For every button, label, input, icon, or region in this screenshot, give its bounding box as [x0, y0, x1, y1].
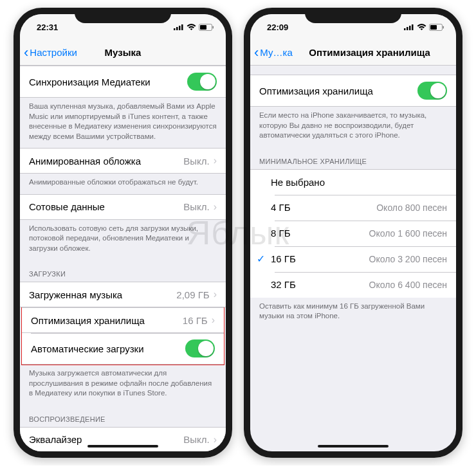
page-title: Музыка — [105, 47, 142, 58]
back-label: Му…ка — [260, 47, 292, 58]
notch — [75, 8, 171, 23]
storage-option-4gb[interactable]: 4 ГБ Около 800 песен — [250, 195, 456, 221]
svg-rect-1 — [176, 27, 178, 30]
automatic-downloads-toggle[interactable] — [185, 339, 215, 357]
svg-rect-3 — [181, 24, 183, 30]
svg-rect-10 — [412, 24, 414, 30]
option-detail: Около 6 400 песен — [369, 280, 447, 290]
svg-rect-0 — [174, 28, 176, 30]
option-detail: Около 3 200 песен — [369, 254, 447, 264]
svg-rect-6 — [213, 26, 214, 28]
automatic-downloads-row[interactable]: Автоматические загрузки — [22, 333, 224, 365]
wifi-icon — [187, 24, 196, 31]
option-label: Не выбрано — [268, 177, 447, 188]
chevron-right-icon: › — [214, 434, 217, 446]
option-label: 32 ГБ — [268, 279, 369, 290]
row-label: Оптимизация хранилища — [259, 86, 373, 96]
group-header-downloads: ЗАГРУЗКИ — [20, 260, 226, 282]
animated-cover-row[interactable]: Анимированная обложка Выкл.› — [20, 148, 226, 174]
group-header-min-storage: МИНИМАЛЬНОЕ ХРАНИЛИЩЕ — [250, 147, 456, 169]
downloaded-music-row[interactable]: Загруженная музыка 2,09 ГБ› — [20, 282, 226, 307]
row-label: Анимированная обложка — [29, 156, 141, 167]
row-footer: Ваша купленная музыка, добавляемый Вами … — [20, 98, 226, 148]
svg-rect-9 — [409, 26, 411, 30]
cellular-data-row[interactable]: Сотовые данные Выкл.› — [20, 194, 226, 220]
phone-right: 22:09 ‹ Му…ка Оптимизация хранилища Опти… — [244, 8, 462, 458]
notch — [305, 8, 401, 23]
back-button[interactable]: ‹ Настройки — [24, 46, 77, 60]
row-value: 2,09 ГБ — [176, 289, 209, 300]
back-label: Настройки — [30, 47, 77, 58]
back-button[interactable]: ‹ Му…ка — [254, 46, 293, 60]
checkmark-icon: ✓ — [257, 253, 268, 265]
chevron-left-icon: ‹ — [24, 46, 28, 60]
phone-left: 22:31 ‹ Настройки Музыка Синхронизация М… — [14, 8, 232, 458]
row-value: 16 ГБ — [183, 315, 208, 326]
row-footer: Оставить как минимум 16 ГБ загруженной В… — [250, 298, 456, 328]
row-value: Выкл. — [183, 156, 209, 167]
cellular-signal-icon — [404, 24, 414, 31]
svg-rect-12 — [430, 25, 437, 30]
status-time: 22:09 — [267, 23, 288, 32]
home-indicator[interactable] — [318, 445, 389, 447]
optimize-storage-toggle-row[interactable]: Оптимизация хранилища — [250, 75, 456, 107]
row-footer: Если место на iPhone заканчивается, то м… — [250, 107, 456, 147]
nav-bar: ‹ Му…ка Оптимизация хранилища — [250, 40, 456, 66]
equalizer-row[interactable]: Эквалайзер Выкл.› — [20, 427, 226, 451]
chevron-right-icon: › — [212, 314, 215, 326]
row-value: Выкл. — [183, 434, 209, 445]
battery-icon — [429, 24, 444, 31]
option-detail: Около 1 600 песен — [369, 228, 447, 239]
svg-rect-8 — [407, 27, 408, 30]
row-footer: Анимированные обложки отображаться не бу… — [20, 174, 226, 194]
option-label: 8 ГБ — [268, 228, 369, 239]
storage-option-8gb[interactable]: 8 ГБ Около 1 600 песен — [250, 221, 456, 246]
sync-library-toggle[interactable] — [187, 73, 217, 91]
highlight-box: Оптимизация хранилища 16 ГБ› Автоматичес… — [21, 307, 224, 365]
optimize-storage-row[interactable]: Оптимизация хранилища 16 ГБ› — [22, 307, 224, 333]
row-label: Автоматические загрузки — [31, 343, 144, 354]
storage-option-32gb[interactable]: 32 ГБ Около 6 400 песен — [250, 272, 456, 298]
row-label: Загруженная музыка — [29, 289, 122, 300]
row-label: Синхронизация Медиатеки — [29, 77, 151, 87]
group-header-playback: ВОСПРОИЗВЕДЕНИЕ — [20, 405, 226, 427]
row-label: Оптимизация хранилища — [31, 315, 145, 326]
cellular-signal-icon — [174, 24, 184, 31]
page-title: Оптимизация хранилища — [309, 47, 430, 58]
row-label: Эквалайзер — [29, 434, 82, 445]
option-detail: Около 800 песен — [376, 203, 447, 213]
sync-library-row[interactable]: Синхронизация Медиатеки — [20, 66, 226, 98]
chevron-right-icon: › — [214, 201, 217, 213]
storage-option-none[interactable]: Не выбрано — [250, 169, 456, 195]
row-footer: Музыка загружается автоматически для про… — [20, 365, 226, 405]
option-label: 16 ГБ — [268, 253, 369, 264]
row-value: Выкл. — [183, 201, 209, 212]
option-label: 4 ГБ — [268, 202, 376, 213]
svg-rect-5 — [200, 25, 206, 30]
svg-rect-7 — [404, 28, 406, 30]
wifi-icon — [417, 24, 426, 31]
row-footer: Использовать сотовую сеть для загрузки м… — [20, 220, 226, 260]
status-time: 22:31 — [37, 23, 58, 32]
chevron-right-icon: › — [214, 289, 217, 300]
nav-bar: ‹ Настройки Музыка — [20, 40, 226, 66]
chevron-left-icon: ‹ — [254, 46, 259, 60]
home-indicator[interactable] — [87, 445, 158, 447]
row-label: Сотовые данные — [29, 201, 105, 212]
battery-icon — [199, 24, 214, 31]
svg-rect-2 — [179, 26, 181, 30]
optimize-storage-toggle[interactable] — [417, 82, 447, 100]
settings-list[interactable]: Оптимизация хранилища Если место на iPho… — [250, 66, 456, 451]
storage-option-16gb[interactable]: ✓ 16 ГБ Около 3 200 песен — [250, 246, 456, 272]
settings-list[interactable]: Синхронизация Медиатеки Ваша купленная м… — [20, 66, 226, 451]
svg-rect-13 — [443, 26, 444, 28]
chevron-right-icon: › — [214, 155, 217, 167]
